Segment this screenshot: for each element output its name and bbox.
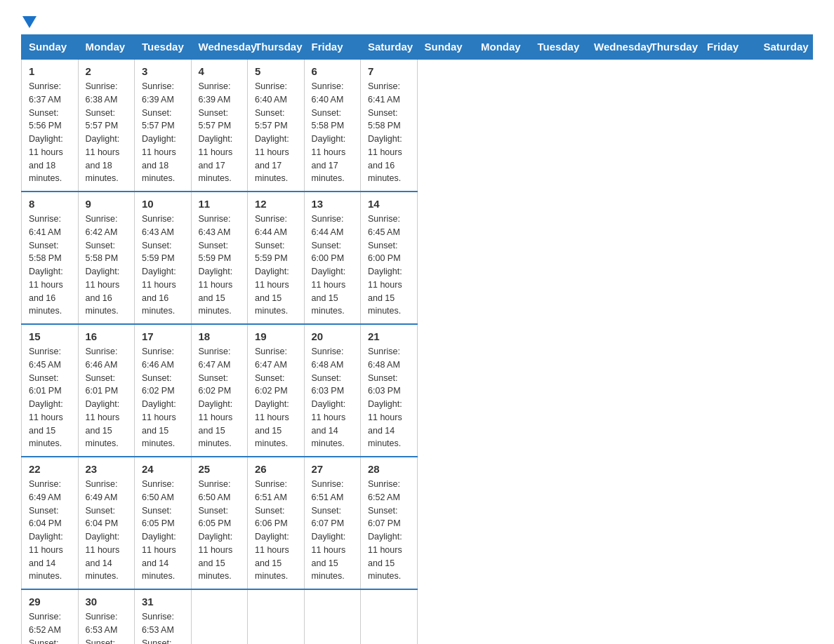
day-number: 24	[142, 463, 184, 475]
day-number: 20	[312, 330, 354, 342]
page-header	[21, 14, 813, 23]
calendar-cell	[248, 589, 305, 644]
day-number: 15	[29, 330, 71, 342]
day-number: 3	[142, 65, 184, 77]
day-header-tuesday: Tuesday	[530, 35, 587, 60]
day-info: Sunrise: 6:39 AM Sunset: 5:57 PM Dayligh…	[142, 80, 184, 185]
day-info: Sunrise: 6:44 AM Sunset: 5:59 PM Dayligh…	[255, 213, 297, 318]
day-info: Sunrise: 6:43 AM Sunset: 5:59 PM Dayligh…	[142, 213, 184, 318]
day-info: Sunrise: 6:40 AM Sunset: 5:57 PM Dayligh…	[255, 80, 297, 185]
day-info: Sunrise: 6:47 AM Sunset: 6:02 PM Dayligh…	[199, 345, 241, 450]
day-number: 18	[199, 330, 241, 342]
calendar-cell: 18Sunrise: 6:47 AM Sunset: 6:02 PM Dayli…	[191, 324, 248, 457]
day-number: 25	[199, 463, 241, 475]
calendar-cell: 9Sunrise: 6:42 AM Sunset: 5:58 PM Daylig…	[78, 192, 135, 324]
calendar-table: SundayMondayTuesdayWednesdayThursdayFrid…	[21, 34, 813, 644]
calendar-cell: 23Sunrise: 6:49 AM Sunset: 6:04 PM Dayli…	[78, 457, 135, 589]
calendar-week-row: 29Sunrise: 6:52 AM Sunset: 6:08 PM Dayli…	[22, 589, 813, 644]
day-header-sunday: Sunday	[22, 35, 79, 60]
day-info: Sunrise: 6:42 AM Sunset: 5:58 PM Dayligh…	[86, 213, 128, 318]
day-number: 17	[142, 330, 184, 342]
day-header-saturday: Saturday	[756, 35, 813, 60]
calendar-cell: 26Sunrise: 6:51 AM Sunset: 6:06 PM Dayli…	[248, 457, 305, 589]
day-info: Sunrise: 6:53 AM Sunset: 6:09 PM Dayligh…	[142, 610, 184, 644]
day-number: 9	[86, 198, 128, 210]
day-info: Sunrise: 6:50 AM Sunset: 6:05 PM Dayligh…	[199, 478, 241, 583]
calendar-cell: 27Sunrise: 6:51 AM Sunset: 6:07 PM Dayli…	[304, 457, 361, 589]
day-number: 2	[86, 65, 128, 77]
calendar-cell: 31Sunrise: 6:53 AM Sunset: 6:09 PM Dayli…	[135, 589, 192, 644]
calendar-cell: 21Sunrise: 6:48 AM Sunset: 6:03 PM Dayli…	[361, 324, 418, 457]
day-number: 21	[368, 330, 410, 342]
calendar-cell: 5Sunrise: 6:40 AM Sunset: 5:57 PM Daylig…	[248, 59, 305, 192]
calendar-cell: 15Sunrise: 6:45 AM Sunset: 6:01 PM Dayli…	[22, 324, 79, 457]
day-number: 23	[86, 463, 128, 475]
day-info: Sunrise: 6:53 AM Sunset: 6:08 PM Dayligh…	[86, 610, 128, 644]
day-number: 22	[29, 463, 71, 475]
day-header-monday: Monday	[474, 35, 531, 60]
day-header-wednesday: Wednesday	[191, 35, 248, 60]
calendar-week-row: 8Sunrise: 6:41 AM Sunset: 5:58 PM Daylig…	[22, 192, 813, 324]
day-info: Sunrise: 6:41 AM Sunset: 5:58 PM Dayligh…	[29, 213, 71, 318]
day-number: 7	[368, 65, 410, 77]
calendar-cell	[361, 589, 418, 644]
day-header-thursday: Thursday	[643, 35, 700, 60]
day-header-monday: Monday	[78, 35, 135, 60]
calendar-cell: 4Sunrise: 6:39 AM Sunset: 5:57 PM Daylig…	[191, 59, 248, 192]
day-number: 5	[255, 65, 297, 77]
day-info: Sunrise: 6:41 AM Sunset: 5:58 PM Dayligh…	[368, 80, 410, 185]
day-info: Sunrise: 6:46 AM Sunset: 6:01 PM Dayligh…	[86, 345, 128, 450]
calendar-cell: 14Sunrise: 6:45 AM Sunset: 6:00 PM Dayli…	[361, 192, 418, 324]
day-header-friday: Friday	[700, 35, 757, 60]
calendar-cell	[191, 589, 248, 644]
calendar-cell: 2Sunrise: 6:38 AM Sunset: 5:57 PM Daylig…	[78, 59, 135, 192]
day-number: 28	[368, 463, 410, 475]
day-info: Sunrise: 6:51 AM Sunset: 6:07 PM Dayligh…	[312, 478, 354, 583]
calendar-cell: 12Sunrise: 6:44 AM Sunset: 5:59 PM Dayli…	[248, 192, 305, 324]
calendar-cell: 1Sunrise: 6:37 AM Sunset: 5:56 PM Daylig…	[22, 59, 79, 192]
day-number: 27	[312, 463, 354, 475]
calendar-cell: 24Sunrise: 6:50 AM Sunset: 6:05 PM Dayli…	[135, 457, 192, 589]
day-info: Sunrise: 6:46 AM Sunset: 6:02 PM Dayligh…	[142, 345, 184, 450]
day-number: 13	[312, 198, 354, 210]
day-info: Sunrise: 6:40 AM Sunset: 5:58 PM Dayligh…	[312, 80, 354, 185]
day-header-saturday: Saturday	[361, 35, 418, 60]
day-number: 26	[255, 463, 297, 475]
day-number: 11	[199, 198, 241, 210]
day-number: 31	[142, 596, 184, 608]
calendar-week-row: 1Sunrise: 6:37 AM Sunset: 5:56 PM Daylig…	[22, 59, 813, 192]
day-number: 10	[142, 198, 184, 210]
calendar-cell: 19Sunrise: 6:47 AM Sunset: 6:02 PM Dayli…	[248, 324, 305, 457]
calendar-cell: 29Sunrise: 6:52 AM Sunset: 6:08 PM Dayli…	[22, 589, 79, 644]
calendar-cell: 13Sunrise: 6:44 AM Sunset: 6:00 PM Dayli…	[304, 192, 361, 324]
day-info: Sunrise: 6:48 AM Sunset: 6:03 PM Dayligh…	[368, 345, 410, 450]
day-header-tuesday: Tuesday	[135, 35, 192, 60]
day-number: 6	[312, 65, 354, 77]
day-header-thursday: Thursday	[248, 35, 305, 60]
calendar-cell: 6Sunrise: 6:40 AM Sunset: 5:58 PM Daylig…	[304, 59, 361, 192]
calendar-week-row: 22Sunrise: 6:49 AM Sunset: 6:04 PM Dayli…	[22, 457, 813, 589]
day-info: Sunrise: 6:45 AM Sunset: 6:01 PM Dayligh…	[29, 345, 71, 450]
day-info: Sunrise: 6:45 AM Sunset: 6:00 PM Dayligh…	[368, 213, 410, 318]
calendar-cell: 30Sunrise: 6:53 AM Sunset: 6:08 PM Dayli…	[78, 589, 135, 644]
day-number: 29	[29, 596, 71, 608]
day-header-friday: Friday	[304, 35, 361, 60]
day-header-wednesday: Wednesday	[587, 35, 644, 60]
logo	[21, 14, 37, 23]
day-info: Sunrise: 6:39 AM Sunset: 5:57 PM Dayligh…	[199, 80, 241, 185]
day-info: Sunrise: 6:47 AM Sunset: 6:02 PM Dayligh…	[255, 345, 297, 450]
day-info: Sunrise: 6:52 AM Sunset: 6:08 PM Dayligh…	[29, 610, 71, 644]
day-number: 1	[29, 65, 71, 77]
calendar-cell: 25Sunrise: 6:50 AM Sunset: 6:05 PM Dayli…	[191, 457, 248, 589]
day-number: 14	[368, 198, 410, 210]
day-info: Sunrise: 6:49 AM Sunset: 6:04 PM Dayligh…	[29, 478, 71, 583]
day-number: 16	[86, 330, 128, 342]
logo-arrow-icon	[22, 16, 37, 28]
calendar-cell: 3Sunrise: 6:39 AM Sunset: 5:57 PM Daylig…	[135, 59, 192, 192]
calendar-header-row: SundayMondayTuesdayWednesdayThursdayFrid…	[22, 35, 813, 60]
day-info: Sunrise: 6:51 AM Sunset: 6:06 PM Dayligh…	[255, 478, 297, 583]
calendar-cell: 17Sunrise: 6:46 AM Sunset: 6:02 PM Dayli…	[135, 324, 192, 457]
day-info: Sunrise: 6:38 AM Sunset: 5:57 PM Dayligh…	[86, 80, 128, 185]
day-info: Sunrise: 6:44 AM Sunset: 6:00 PM Dayligh…	[312, 213, 354, 318]
calendar-cell: 10Sunrise: 6:43 AM Sunset: 5:59 PM Dayli…	[135, 192, 192, 324]
